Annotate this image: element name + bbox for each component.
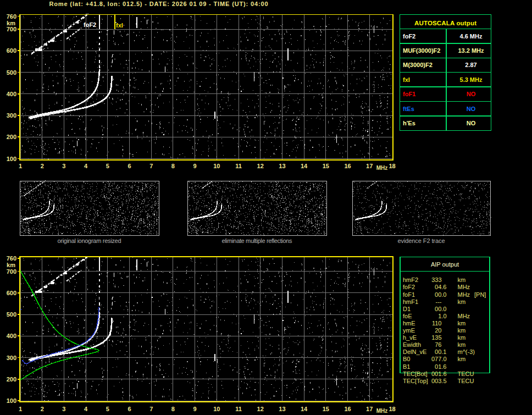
svg-text:16: 16: [344, 406, 351, 412]
svg-text:200: 200: [7, 376, 16, 383]
svg-text:12: 12: [257, 406, 264, 412]
svg-text:TEC[Bot]: TEC[Bot]: [403, 370, 428, 377]
svg-text:foF1: foF1: [403, 291, 415, 298]
svg-text:700: 700: [7, 26, 16, 32]
svg-text:300: 300: [7, 112, 16, 119]
svg-text:400: 400: [7, 91, 16, 97]
svg-text:16: 16: [344, 163, 351, 169]
svg-text:9: 9: [193, 163, 197, 169]
svg-text:original ionogram resized: original ionogram resized: [58, 237, 121, 244]
svg-text:foF2: foF2: [403, 33, 415, 40]
svg-text:200: 200: [7, 134, 16, 140]
svg-text:[PN]: [PN]: [474, 291, 486, 298]
svg-text:foE: foE: [403, 313, 412, 319]
svg-text:6: 6: [128, 163, 131, 169]
svg-text:9: 9: [193, 406, 197, 412]
svg-text:NO: NO: [467, 91, 476, 97]
svg-text:7: 7: [149, 163, 153, 169]
svg-text:4.6 MHz: 4.6 MHz: [460, 33, 483, 40]
svg-text:AIP output: AIP output: [431, 261, 459, 268]
svg-text:km: km: [7, 262, 15, 268]
svg-text:18: 18: [389, 163, 395, 169]
svg-text:MHz: MHz: [376, 165, 388, 171]
svg-text:ftEs: ftEs: [403, 106, 414, 112]
svg-text:077.0: 077.0: [431, 356, 447, 362]
svg-text:10: 10: [213, 406, 220, 412]
svg-text:---: ---: [436, 298, 442, 305]
svg-text:11: 11: [235, 406, 242, 412]
svg-text:300: 300: [7, 355, 16, 361]
svg-text:1: 1: [19, 406, 22, 412]
svg-text:m^(-3): m^(-3): [458, 348, 475, 355]
svg-text:15: 15: [323, 163, 329, 169]
svg-text:fxI: fxI: [403, 76, 410, 83]
svg-text:1: 1: [19, 163, 22, 169]
svg-text:100: 100: [7, 397, 16, 404]
svg-text:600: 600: [7, 47, 16, 54]
svg-text:4: 4: [84, 406, 88, 412]
svg-text:foF2: foF2: [84, 21, 96, 28]
svg-text:TECU: TECU: [458, 370, 474, 377]
svg-text:400: 400: [7, 333, 16, 339]
svg-text:001.6: 001.6: [431, 370, 447, 377]
svg-text:5.3 MHz: 5.3 MHz: [460, 76, 483, 83]
svg-text:110: 110: [432, 320, 442, 327]
svg-text:NO: NO: [467, 120, 476, 126]
svg-text:Rome (lat: +41.8, lon: 012.5): Rome (lat: +41.8, lon: 012.5) - DATE: 20…: [49, 1, 268, 7]
svg-text:17: 17: [366, 163, 373, 169]
svg-text:8: 8: [171, 406, 175, 412]
svg-text:8: 8: [171, 163, 175, 169]
svg-text:11: 11: [235, 163, 242, 169]
svg-text:TEC[Top]: TEC[Top]: [403, 378, 428, 384]
svg-text:MHz: MHz: [458, 291, 470, 298]
svg-text:500: 500: [7, 311, 16, 318]
svg-text:04.6: 04.6: [435, 284, 446, 290]
svg-text:12: 12: [257, 163, 264, 169]
svg-text:M(3000)F2: M(3000)F2: [403, 62, 433, 68]
svg-text:6: 6: [128, 406, 131, 412]
svg-text:01.6: 01.6: [435, 363, 446, 370]
svg-text:km: km: [458, 276, 466, 283]
svg-text:h_vE: h_vE: [403, 334, 417, 341]
svg-text:evidence F2 trace: evidence F2 trace: [398, 237, 445, 244]
svg-text:2: 2: [41, 163, 44, 169]
svg-text:km: km: [458, 298, 466, 305]
svg-text:700: 700: [7, 268, 16, 275]
svg-text:MUF(3000)F2: MUF(3000)F2: [403, 47, 440, 54]
svg-text:100: 100: [7, 156, 16, 162]
svg-text:00.1: 00.1: [435, 348, 446, 355]
svg-text:14: 14: [301, 406, 308, 412]
svg-text:D1: D1: [403, 306, 411, 312]
svg-text:B0: B0: [403, 356, 410, 362]
svg-text:00.0: 00.0: [435, 306, 446, 312]
svg-text:NO: NO: [467, 106, 476, 112]
svg-text:foF1: foF1: [403, 91, 415, 97]
svg-text:13: 13: [279, 406, 285, 412]
svg-text:fxI: fxI: [116, 22, 123, 29]
svg-text:5: 5: [106, 406, 109, 412]
svg-text:003.5: 003.5: [431, 378, 447, 384]
svg-text:h'Es: h'Es: [403, 120, 415, 126]
svg-text:Ewidth: Ewidth: [403, 341, 421, 348]
svg-text:135: 135: [431, 334, 441, 341]
svg-text:15: 15: [323, 406, 329, 412]
svg-text:hmF1: hmF1: [403, 298, 418, 305]
svg-text:MHz: MHz: [458, 284, 470, 290]
svg-text:3: 3: [62, 163, 65, 169]
svg-text:00.0: 00.0: [435, 291, 446, 298]
svg-text:333: 333: [431, 276, 441, 283]
svg-text:13: 13: [279, 163, 285, 169]
svg-text:14: 14: [301, 163, 308, 169]
svg-text:B1: B1: [403, 363, 410, 370]
svg-text:760: 760: [7, 13, 16, 20]
svg-text:ymE: ymE: [403, 327, 415, 334]
svg-text:600: 600: [7, 290, 16, 296]
svg-text:hmF2: hmF2: [403, 276, 418, 283]
svg-text:17: 17: [366, 406, 373, 412]
svg-text:foF2: foF2: [403, 284, 415, 290]
svg-text:hmE: hmE: [403, 320, 415, 327]
svg-text:5: 5: [106, 163, 109, 169]
svg-text:1.0: 1.0: [438, 313, 446, 319]
svg-text:MHz: MHz: [376, 408, 388, 414]
svg-text:3: 3: [62, 406, 65, 412]
